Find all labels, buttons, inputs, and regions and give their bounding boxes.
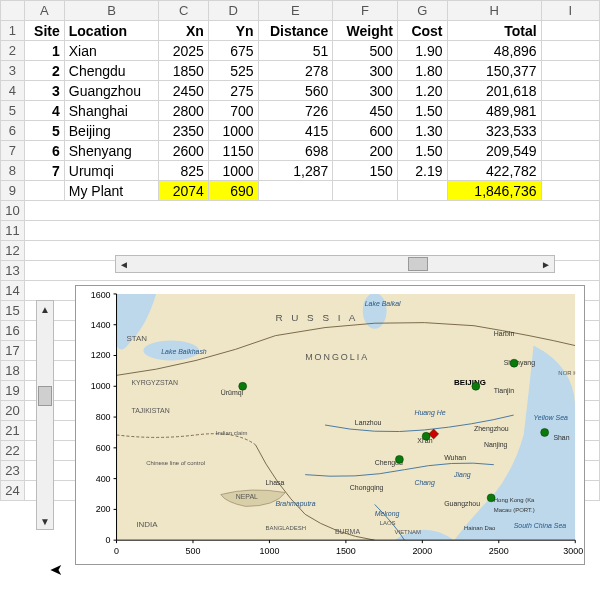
cell[interactable]: 323,533 bbox=[447, 121, 541, 141]
row-header[interactable]: 13 bbox=[1, 261, 25, 281]
cell[interactable]: Guangzhou bbox=[64, 81, 159, 101]
row-header[interactable]: 6 bbox=[1, 121, 25, 141]
row-header[interactable]: 1 bbox=[1, 21, 25, 41]
scroll-thumb[interactable] bbox=[38, 386, 52, 406]
vertical-scrollbar[interactable]: ▲ ▼ bbox=[36, 300, 54, 530]
cell[interactable]: 200 bbox=[333, 141, 398, 161]
cell[interactable]: 2800 bbox=[159, 101, 209, 121]
row-header[interactable]: 16 bbox=[1, 321, 25, 341]
scroll-right-icon[interactable]: ► bbox=[538, 256, 554, 272]
cell[interactable]: Shanghai bbox=[64, 101, 159, 121]
scroll-up-icon[interactable]: ▲ bbox=[37, 301, 53, 317]
map-chart[interactable]: 0 200 400 600 800 1000 1200 1400 1600 0 … bbox=[75, 285, 585, 565]
cell[interactable]: 1000 bbox=[208, 121, 258, 141]
scroll-down-icon[interactable]: ▼ bbox=[37, 513, 53, 529]
cell[interactable]: Xn bbox=[159, 21, 209, 41]
scroll-track[interactable] bbox=[37, 317, 53, 513]
cell[interactable]: Xian bbox=[64, 41, 159, 61]
row-header[interactable]: 3 bbox=[1, 61, 25, 81]
row-header[interactable]: 7 bbox=[1, 141, 25, 161]
cell[interactable]: 1.80 bbox=[397, 61, 447, 81]
row-header[interactable]: 19 bbox=[1, 381, 25, 401]
cell[interactable]: Beijing bbox=[64, 121, 159, 141]
cell[interactable]: 2025 bbox=[159, 41, 209, 61]
row-header[interactable]: 9 bbox=[1, 181, 25, 201]
cell[interactable] bbox=[24, 201, 599, 221]
cell[interactable]: 1150 bbox=[208, 141, 258, 161]
horizontal-scrollbar[interactable]: ◄ ► bbox=[115, 255, 555, 273]
cell[interactable]: Cost bbox=[397, 21, 447, 41]
cell[interactable]: 2.19 bbox=[397, 161, 447, 181]
cell[interactable]: 275 bbox=[208, 81, 258, 101]
cell[interactable]: 300 bbox=[333, 81, 398, 101]
cell[interactable]: 278 bbox=[258, 61, 333, 81]
cell[interactable]: 422,782 bbox=[447, 161, 541, 181]
cell[interactable]: 1.90 bbox=[397, 41, 447, 61]
col-header-D[interactable]: D bbox=[208, 1, 258, 21]
row-header[interactable]: 5 bbox=[1, 101, 25, 121]
cell[interactable]: 150 bbox=[333, 161, 398, 181]
cell[interactable]: Weight bbox=[333, 21, 398, 41]
cell[interactable]: 698 bbox=[258, 141, 333, 161]
cell[interactable]: 3 bbox=[24, 81, 64, 101]
col-header-H[interactable]: H bbox=[447, 1, 541, 21]
cell[interactable]: 209,549 bbox=[447, 141, 541, 161]
cell[interactable]: 825 bbox=[159, 161, 209, 181]
row-header[interactable]: 4 bbox=[1, 81, 25, 101]
cell[interactable]: 690 bbox=[208, 181, 258, 201]
cell[interactable]: Location bbox=[64, 21, 159, 41]
scroll-track[interactable] bbox=[132, 256, 538, 272]
col-header-C[interactable]: C bbox=[159, 1, 209, 21]
cell[interactable]: 2350 bbox=[159, 121, 209, 141]
cell[interactable] bbox=[24, 221, 599, 241]
cell[interactable]: 1.50 bbox=[397, 141, 447, 161]
cell[interactable]: 201,618 bbox=[447, 81, 541, 101]
row-header[interactable]: 2 bbox=[1, 41, 25, 61]
cell[interactable] bbox=[541, 21, 599, 41]
row-header[interactable]: 18 bbox=[1, 361, 25, 381]
row-header[interactable]: 12 bbox=[1, 241, 25, 261]
cell[interactable]: 150,377 bbox=[447, 61, 541, 81]
cell[interactable] bbox=[541, 181, 599, 201]
select-all-cell[interactable] bbox=[1, 1, 25, 21]
cell[interactable]: 300 bbox=[333, 61, 398, 81]
col-header-B[interactable]: B bbox=[64, 1, 159, 21]
cell[interactable]: 415 bbox=[258, 121, 333, 141]
cell[interactable] bbox=[541, 101, 599, 121]
cell[interactable]: 6 bbox=[24, 141, 64, 161]
cell[interactable]: 489,981 bbox=[447, 101, 541, 121]
cell[interactable]: 1850 bbox=[159, 61, 209, 81]
cell[interactable] bbox=[541, 121, 599, 141]
row-header[interactable]: 20 bbox=[1, 401, 25, 421]
col-header-F[interactable]: F bbox=[333, 1, 398, 21]
cell[interactable]: 450 bbox=[333, 101, 398, 121]
row-header[interactable]: 11 bbox=[1, 221, 25, 241]
scroll-left-icon[interactable]: ◄ bbox=[116, 256, 132, 272]
row-header[interactable]: 15 bbox=[1, 301, 25, 321]
cell[interactable]: 51 bbox=[258, 41, 333, 61]
cell[interactable]: 7 bbox=[24, 161, 64, 181]
cell[interactable]: 700 bbox=[208, 101, 258, 121]
cell[interactable] bbox=[541, 61, 599, 81]
cell[interactable] bbox=[258, 181, 333, 201]
cell[interactable]: 2074 bbox=[159, 181, 209, 201]
cell[interactable]: 1.50 bbox=[397, 101, 447, 121]
col-header-A[interactable]: A bbox=[24, 1, 64, 21]
cell[interactable]: 1 bbox=[24, 41, 64, 61]
cell[interactable]: 48,896 bbox=[447, 41, 541, 61]
cell[interactable]: Urumqi bbox=[64, 161, 159, 181]
row-header[interactable]: 23 bbox=[1, 461, 25, 481]
scroll-thumb[interactable] bbox=[408, 257, 428, 271]
cell[interactable]: 600 bbox=[333, 121, 398, 141]
cell[interactable]: 525 bbox=[208, 61, 258, 81]
row-header[interactable]: 17 bbox=[1, 341, 25, 361]
cell[interactable]: Chengdu bbox=[64, 61, 159, 81]
cell[interactable]: 1,287 bbox=[258, 161, 333, 181]
cell[interactable] bbox=[541, 161, 599, 181]
cell[interactable]: Distance bbox=[258, 21, 333, 41]
cell[interactable]: Yn bbox=[208, 21, 258, 41]
cell[interactable]: 1.30 bbox=[397, 121, 447, 141]
cell[interactable]: 2 bbox=[24, 61, 64, 81]
row-header[interactable]: 22 bbox=[1, 441, 25, 461]
cell[interactable] bbox=[541, 141, 599, 161]
